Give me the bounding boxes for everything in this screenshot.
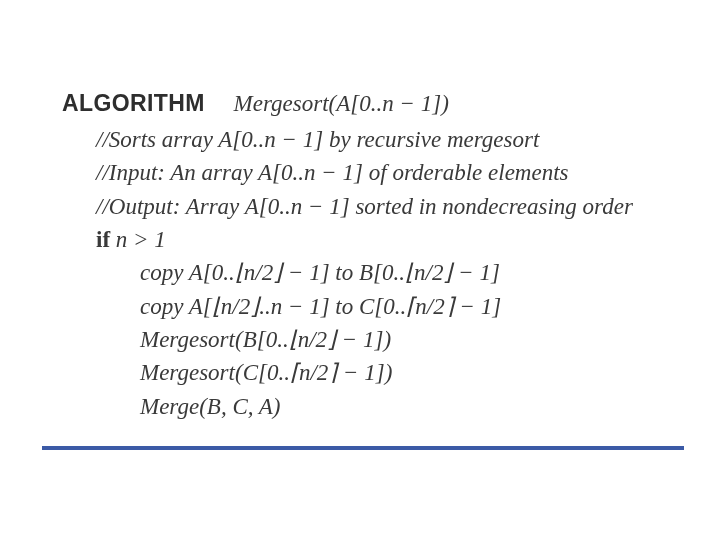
copy-line-1: copy A[0..⌊n/2⌋ − 1] to B[0..⌊n/2⌋ − 1]	[62, 256, 690, 289]
comment-line-2: //Input: An array A[0..n − 1] of orderab…	[62, 156, 690, 189]
recurse-func-1: Mergesort	[140, 327, 235, 352]
algorithm-function-name: Mergesort	[234, 91, 329, 116]
copy-line-2: copy A[⌊n/2⌋..n − 1] to C[0..⌈n/2⌉ − 1]	[62, 290, 690, 323]
algorithm-block: ALGORITHM Mergesort(A[0..n − 1]) //Sorts…	[0, 0, 720, 540]
horizontal-rule	[42, 446, 684, 450]
algorithm-heading: ALGORITHM Mergesort(A[0..n − 1])	[62, 90, 690, 117]
if-condition: n > 1	[110, 227, 166, 252]
merge-args: (B, C, A)	[199, 394, 280, 419]
algorithm-label: ALGORITHM	[62, 90, 205, 116]
recurse-func-2: Mergesort	[140, 360, 235, 385]
merge-line: Merge(B, C, A)	[62, 390, 690, 423]
if-line: if n > 1	[62, 223, 690, 256]
merge-func: Merge	[140, 394, 199, 419]
recurse-args-2: (C[0..⌈n/2⌉ − 1])	[235, 360, 392, 385]
algorithm-function-args: (A[0..n − 1])	[329, 91, 449, 116]
comment-line-1: //Sorts array A[0..n − 1] by recursive m…	[62, 123, 690, 156]
recurse-line-2: Mergesort(C[0..⌈n/2⌉ − 1])	[62, 356, 690, 389]
if-keyword: if	[96, 227, 110, 252]
recurse-line-1: Mergesort(B[0..⌊n/2⌋ − 1])	[62, 323, 690, 356]
comment-line-3: //Output: Array A[0..n − 1] sorted in no…	[62, 190, 690, 223]
recurse-args-1: (B[0..⌊n/2⌋ − 1])	[235, 327, 391, 352]
